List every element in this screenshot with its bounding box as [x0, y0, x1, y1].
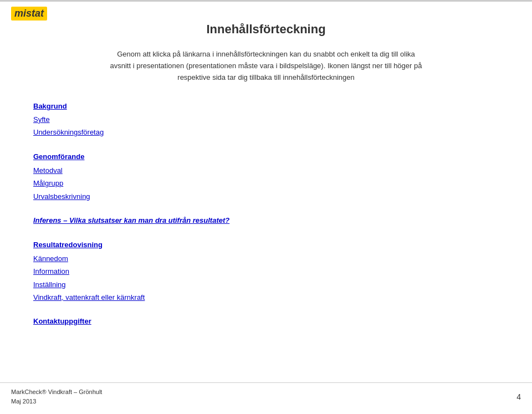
logo: mistat [11, 7, 47, 21]
footer-line2: Maj 2013 [11, 397, 102, 406]
toc-link-inferens[interactable]: Inferens – Vilka slutsatser kan man dra … [33, 214, 499, 227]
toc-link-vindkraft[interactable]: Vindkraft, vattenkraft eller kärnkraft [33, 291, 499, 304]
page-container: mistat Innehållsförteckning Genom att kl… [0, 0, 532, 414]
page-title: Innehållsförteckning [33, 22, 499, 37]
toc-link-metodval[interactable]: Metodval [33, 164, 499, 177]
toc-link-undersokningsforetag[interactable]: Undersökningsföretag [33, 126, 499, 139]
toc-section-1: Bakgrund Syfte Undersökningsföretag [33, 100, 499, 139]
toc-header-resultatredovisning[interactable]: Resultatredovisning [33, 238, 499, 251]
toc-link-malgrupp[interactable]: Målgrupp [33, 177, 499, 190]
description-line1: Genom att klicka på länkarna i innehålls… [117, 50, 415, 58]
toc-link-installning[interactable]: Inställning [33, 278, 499, 291]
toc-header-kontaktuppgifter[interactable]: Kontaktuppgifter [33, 315, 499, 328]
footer: MarkCheck® Vindkraft – Grönhult Maj 2013… [0, 382, 532, 406]
footer-line1: MarkCheck® Vindkraft – Grönhult [11, 387, 102, 397]
toc-section-2: Genomförande Metodval Målgrupp Urvalsbes… [33, 150, 499, 203]
main-content: Innehållsförteckning Genom att klicka på… [0, 0, 532, 372]
toc-link-bakgrund[interactable]: Bakgrund [33, 100, 499, 113]
toc-link-kannedom[interactable]: Kännedom [33, 252, 499, 265]
footer-left: MarkCheck® Vindkraft – Grönhult Maj 2013 [11, 387, 102, 406]
toc-section-4: Kontaktuppgifter [33, 315, 499, 328]
description-line3: respektive sida tar dig tillbaka till in… [177, 73, 354, 81]
toc-link-urvalsbeskrivning[interactable]: Urvalsbeskrivning [33, 190, 499, 203]
toc-section-inferens: Inferens – Vilka slutsatser kan man dra … [33, 214, 499, 227]
top-border [0, 0, 532, 2]
logo-area: mistat [11, 7, 47, 21]
description-line2: avsnitt i presentationen (presentationen… [110, 62, 422, 70]
toc-link-syfte[interactable]: Syfte [33, 113, 499, 126]
toc-header-genomforande[interactable]: Genomförande [33, 150, 499, 163]
footer-page-number: 4 [516, 392, 521, 401]
toc-link-information[interactable]: Information [33, 265, 499, 278]
toc-section-3: Resultatredovisning Kännedom Information… [33, 238, 499, 304]
description: Genom att klicka på länkarna i innehålls… [33, 49, 499, 83]
